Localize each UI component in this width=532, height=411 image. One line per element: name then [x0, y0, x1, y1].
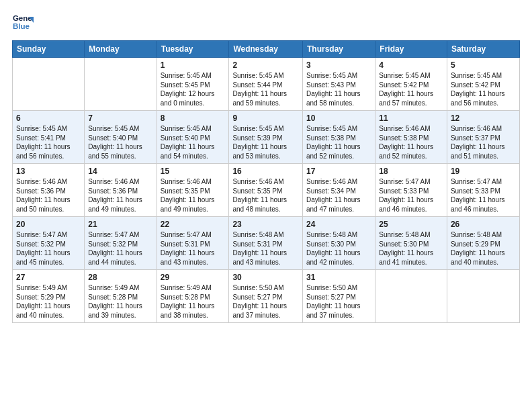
day-number: 13	[16, 167, 81, 176]
logo: General Blue	[12, 12, 35, 34]
calendar-week-row: 20Sunrise: 5:47 AMSunset: 5:32 PMDayligh…	[13, 217, 520, 270]
day-number: 12	[451, 113, 516, 123]
day-info: Sunrise: 5:45 AMSunset: 5:38 PMDaylight:…	[306, 124, 371, 161]
weekday-header-saturday: Saturday	[447, 41, 519, 58]
calendar-cell: 20Sunrise: 5:47 AMSunset: 5:32 PMDayligh…	[13, 217, 85, 270]
calendar-cell: 9Sunrise: 5:45 AMSunset: 5:39 PMDaylight…	[229, 111, 303, 164]
calendar-cell: 15Sunrise: 5:46 AMSunset: 5:35 PMDayligh…	[157, 164, 229, 217]
day-number: 8	[161, 113, 226, 123]
day-info: Sunrise: 5:46 AMSunset: 5:38 PMDaylight:…	[379, 124, 443, 161]
day-number: 14	[88, 167, 152, 176]
calendar-cell: 28Sunrise: 5:49 AMSunset: 5:28 PMDayligh…	[85, 270, 157, 323]
calendar-cell: 24Sunrise: 5:48 AMSunset: 5:30 PMDayligh…	[302, 217, 375, 270]
calendar-cell: 6Sunrise: 5:45 AMSunset: 5:41 PMDaylight…	[13, 111, 85, 164]
day-number: 2	[232, 60, 299, 70]
calendar-cell: 16Sunrise: 5:46 AMSunset: 5:35 PMDayligh…	[229, 164, 303, 217]
day-info: Sunrise: 5:47 AMSunset: 5:32 PMDaylight:…	[88, 230, 152, 267]
day-info: Sunrise: 5:47 AMSunset: 5:31 PMDaylight:…	[161, 230, 226, 267]
day-number: 31	[306, 273, 371, 282]
day-info: Sunrise: 5:48 AMSunset: 5:30 PMDaylight:…	[306, 230, 371, 267]
day-number: 16	[232, 167, 299, 176]
calendar-cell: 21Sunrise: 5:47 AMSunset: 5:32 PMDayligh…	[85, 217, 157, 270]
calendar-cell: 27Sunrise: 5:49 AMSunset: 5:29 PMDayligh…	[13, 270, 85, 323]
day-number: 18	[379, 167, 443, 176]
calendar-cell: 17Sunrise: 5:46 AMSunset: 5:34 PMDayligh…	[302, 164, 375, 217]
calendar-cell	[447, 270, 519, 323]
calendar-week-row: 13Sunrise: 5:46 AMSunset: 5:36 PMDayligh…	[13, 164, 520, 217]
day-info: Sunrise: 5:48 AMSunset: 5:30 PMDaylight:…	[379, 230, 443, 267]
day-number: 9	[232, 113, 299, 123]
day-info: Sunrise: 5:46 AMSunset: 5:35 PMDaylight:…	[232, 177, 299, 214]
calendar-cell	[13, 58, 85, 111]
day-info: Sunrise: 5:45 AMSunset: 5:44 PMDaylight:…	[232, 71, 299, 107]
day-info: Sunrise: 5:45 AMSunset: 5:42 PMDaylight:…	[379, 71, 443, 107]
calendar-cell: 19Sunrise: 5:47 AMSunset: 5:33 PMDayligh…	[447, 164, 519, 217]
header: General Blue	[12, 12, 520, 34]
weekday-header-wednesday: Wednesday	[229, 41, 303, 58]
calendar-cell: 29Sunrise: 5:49 AMSunset: 5:28 PMDayligh…	[157, 270, 229, 323]
calendar-week-row: 1Sunrise: 5:45 AMSunset: 5:45 PMDaylight…	[13, 58, 520, 111]
day-number: 10	[306, 113, 371, 123]
calendar-cell: 25Sunrise: 5:48 AMSunset: 5:30 PMDayligh…	[375, 217, 447, 270]
calendar-cell: 3Sunrise: 5:45 AMSunset: 5:43 PMDaylight…	[302, 58, 375, 111]
calendar-cell: 4Sunrise: 5:45 AMSunset: 5:42 PMDaylight…	[375, 58, 447, 111]
day-info: Sunrise: 5:48 AMSunset: 5:29 PMDaylight:…	[451, 230, 516, 267]
day-info: Sunrise: 5:45 AMSunset: 5:41 PMDaylight:…	[16, 124, 81, 161]
day-number: 6	[16, 113, 81, 123]
calendar-cell: 2Sunrise: 5:45 AMSunset: 5:44 PMDaylight…	[229, 58, 303, 111]
day-number: 27	[16, 273, 81, 282]
day-number: 11	[379, 113, 443, 123]
calendar-cell	[375, 270, 447, 323]
day-info: Sunrise: 5:45 AMSunset: 5:45 PMDaylight:…	[161, 71, 226, 107]
day-number: 26	[451, 220, 516, 229]
day-info: Sunrise: 5:48 AMSunset: 5:31 PMDaylight:…	[232, 230, 299, 267]
day-number: 1	[161, 60, 226, 70]
day-info: Sunrise: 5:50 AMSunset: 5:27 PMDaylight:…	[306, 283, 371, 320]
day-info: Sunrise: 5:49 AMSunset: 5:28 PMDaylight:…	[88, 283, 152, 320]
calendar-cell: 22Sunrise: 5:47 AMSunset: 5:31 PMDayligh…	[157, 217, 229, 270]
day-info: Sunrise: 5:47 AMSunset: 5:33 PMDaylight:…	[379, 177, 443, 214]
calendar-week-row: 6Sunrise: 5:45 AMSunset: 5:41 PMDaylight…	[13, 111, 520, 164]
weekday-header-tuesday: Tuesday	[157, 41, 229, 58]
day-number: 17	[306, 167, 371, 176]
day-number: 3	[306, 60, 371, 70]
calendar-cell	[85, 58, 157, 111]
day-number: 22	[161, 220, 226, 229]
day-number: 21	[88, 220, 152, 229]
calendar-cell: 14Sunrise: 5:46 AMSunset: 5:36 PMDayligh…	[85, 164, 157, 217]
calendar-week-row: 27Sunrise: 5:49 AMSunset: 5:29 PMDayligh…	[13, 270, 520, 323]
weekday-header-monday: Monday	[85, 41, 157, 58]
weekday-header-sunday: Sunday	[13, 41, 85, 58]
page: General Blue SundayMondayTuesdayWednesda…	[0, 0, 532, 411]
calendar-cell: 10Sunrise: 5:45 AMSunset: 5:38 PMDayligh…	[302, 111, 375, 164]
weekday-header-thursday: Thursday	[302, 41, 375, 58]
calendar-cell: 1Sunrise: 5:45 AMSunset: 5:45 PMDaylight…	[157, 58, 229, 111]
calendar-cell: 11Sunrise: 5:46 AMSunset: 5:38 PMDayligh…	[375, 111, 447, 164]
logo-icon: General Blue	[12, 12, 34, 34]
day-info: Sunrise: 5:47 AMSunset: 5:33 PMDaylight:…	[451, 177, 516, 214]
day-number: 7	[88, 113, 152, 123]
day-info: Sunrise: 5:49 AMSunset: 5:28 PMDaylight:…	[161, 283, 226, 320]
day-number: 23	[232, 220, 299, 229]
day-info: Sunrise: 5:50 AMSunset: 5:27 PMDaylight:…	[232, 283, 299, 320]
day-number: 19	[451, 167, 516, 176]
calendar-cell: 5Sunrise: 5:45 AMSunset: 5:42 PMDaylight…	[447, 58, 519, 111]
day-info: Sunrise: 5:45 AMSunset: 5:40 PMDaylight:…	[88, 124, 152, 161]
day-info: Sunrise: 5:45 AMSunset: 5:42 PMDaylight:…	[451, 71, 516, 107]
calendar-cell: 12Sunrise: 5:46 AMSunset: 5:37 PMDayligh…	[447, 111, 519, 164]
day-info: Sunrise: 5:47 AMSunset: 5:32 PMDaylight:…	[16, 230, 81, 267]
day-info: Sunrise: 5:45 AMSunset: 5:43 PMDaylight:…	[306, 71, 371, 107]
calendar-cell: 26Sunrise: 5:48 AMSunset: 5:29 PMDayligh…	[447, 217, 519, 270]
day-info: Sunrise: 5:46 AMSunset: 5:36 PMDaylight:…	[16, 177, 81, 214]
day-number: 24	[306, 220, 371, 229]
svg-text:Blue: Blue	[13, 22, 30, 30]
day-info: Sunrise: 5:45 AMSunset: 5:40 PMDaylight:…	[161, 124, 226, 161]
day-info: Sunrise: 5:46 AMSunset: 5:34 PMDaylight:…	[306, 177, 371, 214]
calendar-cell: 7Sunrise: 5:45 AMSunset: 5:40 PMDaylight…	[85, 111, 157, 164]
calendar-cell: 8Sunrise: 5:45 AMSunset: 5:40 PMDaylight…	[157, 111, 229, 164]
calendar-cell: 31Sunrise: 5:50 AMSunset: 5:27 PMDayligh…	[302, 270, 375, 323]
day-number: 29	[161, 273, 226, 282]
day-info: Sunrise: 5:46 AMSunset: 5:35 PMDaylight:…	[161, 177, 226, 214]
day-number: 30	[232, 273, 299, 282]
day-number: 5	[451, 60, 516, 70]
